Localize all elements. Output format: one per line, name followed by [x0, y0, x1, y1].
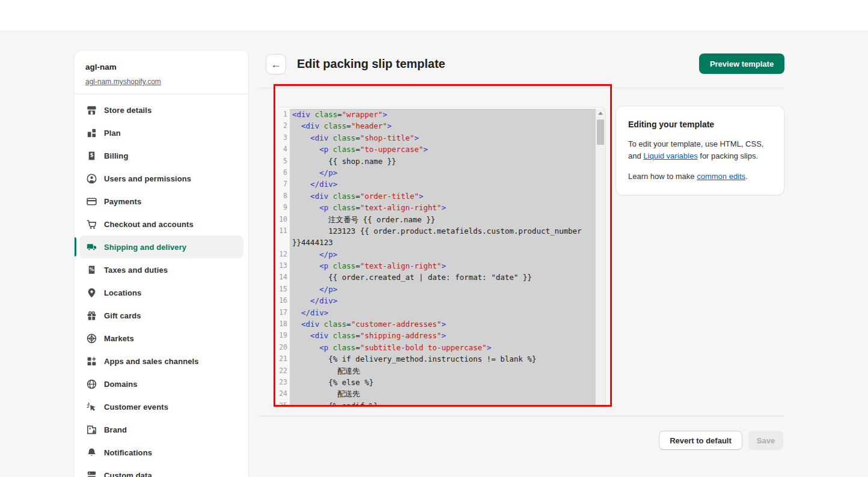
- settings-nav: Store details Plan $ Billing Users and p…: [75, 94, 248, 477]
- sidebar-item-shipping-and-delivery[interactable]: Shipping and delivery: [79, 235, 243, 258]
- code-line: {{ order.created_at | date: format: "dat…: [290, 272, 596, 283]
- help-text-1: To edit your template, use HTML, CSS, an…: [628, 138, 772, 162]
- sidebar-item-label: Notifications: [104, 448, 152, 457]
- sidebar-item-notifications[interactable]: Notifications: [79, 441, 243, 464]
- liquid-variables-link[interactable]: Liquid variables: [643, 151, 697, 160]
- sidebar-item-customer-events[interactable]: Customer events: [79, 395, 243, 418]
- editor-scrollbar[interactable]: [596, 109, 605, 405]
- code-line: </div>: [290, 178, 596, 190]
- gift-icon: [85, 309, 97, 321]
- scroll-up-arrow-icon[interactable]: [596, 109, 605, 117]
- code-line: <p class="text-align-right">: [290, 202, 596, 213]
- line-number: 1: [277, 109, 290, 120]
- common-edits-link[interactable]: common edits: [697, 172, 745, 181]
- sidebar-item-users-and-permissions[interactable]: Users and permissions: [79, 167, 243, 190]
- back-button[interactable]: ←: [266, 54, 286, 74]
- checkout-cart-icon: [85, 218, 97, 230]
- line-number: 14: [277, 272, 290, 283]
- revert-to-default-button[interactable]: Revert to default: [659, 431, 742, 450]
- code-editor[interactable]: 1234567891011121314151617181920212223242…: [276, 107, 606, 405]
- code-line: <p class="subtitle-bold to-uppercase">: [290, 342, 596, 353]
- sidebar-item-label: Domains: [104, 380, 138, 389]
- scroll-down-arrow-icon[interactable]: [596, 403, 605, 405]
- sidebar-item-billing[interactable]: $ Billing: [79, 144, 243, 167]
- scrollbar-thumb[interactable]: [597, 120, 604, 145]
- code-line: </div>: [290, 307, 596, 318]
- sidebar-item-label: Apps and sales channels: [104, 357, 199, 366]
- line-number: 3: [277, 132, 290, 144]
- code-line: </p>: [290, 249, 596, 260]
- line-number: 23: [277, 377, 290, 388]
- line-number: 16: [277, 295, 290, 306]
- sidebar-item-label: Gift cards: [104, 311, 141, 320]
- line-number: 19: [277, 330, 290, 341]
- code-line: <p class="text-align-right">: [290, 260, 596, 272]
- save-button[interactable]: Save: [748, 431, 783, 450]
- sidebar-item-label: Checkout and accounts: [104, 220, 194, 229]
- store-icon: [85, 104, 97, 116]
- line-number: 24: [277, 388, 290, 400]
- users-icon: [85, 172, 97, 184]
- line-number: [277, 237, 290, 248]
- code-line: {% if delivery_method.instructions != bl…: [290, 353, 596, 365]
- location-pin-icon: [85, 287, 97, 299]
- line-number: 4: [277, 144, 290, 155]
- settings-sidebar: agl-nam agl-nam.myshopify.com Store deta…: [75, 50, 248, 477]
- line-number: 21: [277, 353, 290, 365]
- line-number: 12: [277, 249, 290, 260]
- code-line: <p class="to-uppercase">: [290, 144, 596, 155]
- back-arrow-icon: ←: [270, 58, 281, 71]
- sidebar-item-gift-cards[interactable]: Gift cards: [79, 304, 243, 327]
- sidebar-item-label: Users and permissions: [104, 174, 191, 183]
- code-line: 注文番号 {{ order.name }}: [290, 214, 596, 225]
- sidebar-item-taxes-and-duties[interactable]: % Taxes and duties: [79, 258, 243, 281]
- sidebar-item-brand[interactable]: Brand: [79, 418, 243, 441]
- help-text-2: Learn how to make common edits.: [628, 171, 772, 183]
- custom-data-icon: [85, 469, 97, 477]
- sidebar-item-custom-data[interactable]: Custom data: [79, 464, 243, 477]
- line-number: 22: [277, 365, 290, 377]
- domains-globe-icon: [85, 378, 97, 390]
- footer-divider: [258, 416, 784, 416]
- sidebar-item-label: Plan: [104, 129, 121, 138]
- code-line: <div class="shop-title">: [290, 132, 596, 144]
- code-line: }}4444123: [290, 237, 596, 248]
- sidebar-item-payments[interactable]: Payments: [79, 190, 243, 213]
- plan-icon: [85, 127, 97, 139]
- billing-icon: $: [85, 150, 97, 162]
- store-header: agl-nam agl-nam.myshopify.com: [75, 50, 248, 94]
- bell-icon: [85, 446, 97, 458]
- apps-icon: [85, 355, 97, 367]
- svg-text:%: %: [89, 267, 94, 272]
- preview-template-button[interactable]: Preview template: [699, 53, 784, 74]
- code-line: 配送先: [290, 388, 596, 400]
- sidebar-item-checkout-and-accounts[interactable]: Checkout and accounts: [79, 213, 243, 235]
- sidebar-item-store-details[interactable]: Store details: [79, 99, 243, 121]
- line-number: 10: [277, 214, 290, 225]
- code-line: </div>: [290, 295, 596, 306]
- editor-gutter: 1234567891011121314151617181920212223242…: [277, 109, 290, 405]
- code-line: <div class="order-title">: [290, 190, 596, 202]
- line-number: 11: [277, 225, 290, 237]
- sidebar-item-markets[interactable]: Markets: [79, 327, 243, 350]
- store-name: agl-nam: [85, 62, 239, 71]
- sidebar-item-label: Payments: [104, 197, 141, 206]
- line-number: 7: [277, 178, 290, 190]
- sidebar-item-label: Billing: [104, 151, 128, 160]
- store-domain-link[interactable]: agl-nam.myshopify.com: [85, 77, 161, 86]
- code-line: {% endif %}: [290, 400, 596, 405]
- sidebar-item-label: Locations: [104, 288, 141, 297]
- code-line: <div class="customer-addresses">: [290, 318, 596, 330]
- sidebar-item-label: Customer events: [104, 403, 168, 412]
- line-number: 8: [277, 190, 290, 202]
- code-line: </p>: [290, 284, 596, 295]
- sidebar-item-apps-and-sales-channels[interactable]: Apps and sales channels: [79, 350, 243, 372]
- sidebar-item-domains[interactable]: Domains: [79, 372, 243, 395]
- editor-code-area[interactable]: <div class="wrapper"> <div class="header…: [290, 109, 596, 405]
- sidebar-item-locations[interactable]: Locations: [79, 281, 243, 304]
- line-number: 2: [277, 120, 290, 132]
- code-line: 123123 {{ order.product.metafields.custo…: [290, 225, 596, 237]
- shipping-truck-icon: [85, 241, 97, 253]
- sidebar-item-plan[interactable]: Plan: [79, 121, 243, 144]
- markets-globe-icon: [85, 332, 97, 344]
